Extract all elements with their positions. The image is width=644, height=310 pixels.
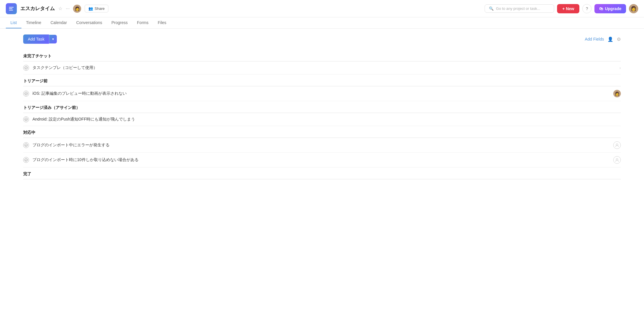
task-ghost-avatar xyxy=(613,156,621,164)
assign-icon[interactable]: 👤 xyxy=(607,37,613,42)
section-header-in-progress[interactable]: 対応中 xyxy=(23,126,621,138)
section-pre-triage: トリアージ前iOS: 記事編集のプレビュー時に動画が表示されない👩 xyxy=(23,74,621,101)
task-row[interactable]: ブログのインポート中にエラーが発生する xyxy=(23,138,621,153)
user-avatar[interactable]: 👩 xyxy=(629,4,638,13)
svg-point-7 xyxy=(616,144,618,145)
nav-tabs: List Timeline Calendar Conversations Pro… xyxy=(0,17,644,29)
task-check-icon[interactable] xyxy=(23,116,29,122)
task-name: ブログのインポート中にエラーが発生する xyxy=(32,143,611,148)
task-row[interactable]: ブログのインポート時に10件しか取り込めない場合がある xyxy=(23,153,621,167)
svg-rect-2 xyxy=(9,10,13,10)
task-chevron-icon: › xyxy=(619,65,621,70)
tab-progress[interactable]: Progress xyxy=(107,17,132,28)
svg-point-4 xyxy=(25,92,28,95)
section-header-triaged[interactable]: トリアージ済み（アサイン前） xyxy=(23,101,621,113)
task-check-icon[interactable] xyxy=(23,91,29,96)
svg-point-8 xyxy=(25,158,28,161)
task-name: Android: 設定のPush通知OFF時にも通知が飛んでしまう xyxy=(32,117,621,122)
add-task-dropdown-button[interactable]: ▾ xyxy=(49,35,57,43)
help-button[interactable]: ? xyxy=(582,4,592,13)
new-label: + New xyxy=(562,6,574,11)
user-avatar-header[interactable]: 👩 xyxy=(73,5,81,13)
svg-point-6 xyxy=(25,144,28,147)
tab-forms[interactable]: Forms xyxy=(132,17,153,28)
add-task-button[interactable]: Add Task xyxy=(23,34,49,44)
share-icon: 👥 xyxy=(88,6,93,11)
toolbar: Add Task ▾ Add Fields 👤 ⚙ xyxy=(23,34,621,44)
task-row[interactable]: iOS: 記事編集のプレビュー時に動画が表示されない👩 xyxy=(23,86,621,101)
add-fields-link[interactable]: Add Fields xyxy=(585,37,604,41)
section-header-incomplete[interactable]: 未完了チケット xyxy=(23,50,621,61)
app-icon[interactable] xyxy=(6,3,17,14)
task-check-icon[interactable] xyxy=(23,142,29,148)
task-avatar: 👩 xyxy=(613,90,621,97)
tab-calendar[interactable]: Calendar xyxy=(46,17,72,28)
section-triaged: トリアージ済み（アサイン前）Android: 設定のPush通知OFF時にも通知… xyxy=(23,101,621,126)
header: エスカレタイム ☆ ··· 👩 👥 Share 🔍 Go to any proj… xyxy=(0,0,644,17)
search-box[interactable]: 🔍 Go to any project or task... xyxy=(485,4,554,13)
header-right: 🔍 Go to any project or task... + New ? 🛍… xyxy=(485,4,638,13)
toolbar-right: Add Fields 👤 ⚙ xyxy=(585,37,621,42)
task-name: タスクテンプレ（コピーして使用） xyxy=(32,65,617,70)
project-title: エスカレタイム xyxy=(20,5,55,12)
section-header-pre-triage[interactable]: トリアージ前 xyxy=(23,74,621,86)
more-icon[interactable]: ··· xyxy=(66,6,70,11)
upgrade-button[interactable]: 🛍 Upgrade xyxy=(594,4,626,13)
section-in-progress: 対応中ブログのインポート中にエラーが発生するブログのインポート時に10件しか取り… xyxy=(23,126,621,167)
sections-container: 未完了チケットタスクテンプレ（コピーして使用）›トリアージ前iOS: 記事編集の… xyxy=(23,50,621,179)
task-ghost-avatar xyxy=(613,141,621,149)
dropdown-icon: ▾ xyxy=(52,37,54,41)
task-name: ブログのインポート時に10件しか取り込めない場合がある xyxy=(32,157,611,163)
upgrade-icon: 🛍 xyxy=(599,6,603,11)
section-complete: 完了 xyxy=(23,167,621,179)
svg-rect-0 xyxy=(9,7,14,8)
new-button[interactable]: + New xyxy=(557,4,579,13)
upgrade-label: Upgrade xyxy=(605,6,621,11)
svg-point-5 xyxy=(25,118,28,121)
search-icon: 🔍 xyxy=(489,6,494,11)
main-content: Add Task ▾ Add Fields 👤 ⚙ 未完了チケットタスクテンプレ… xyxy=(0,29,644,185)
help-label: ? xyxy=(586,6,588,11)
add-task-label: Add Task xyxy=(28,37,44,41)
section-header-complete[interactable]: 完了 xyxy=(23,167,621,179)
tab-list[interactable]: List xyxy=(6,17,21,28)
task-check-icon[interactable] xyxy=(23,65,29,71)
share-button[interactable]: 👥 Share xyxy=(85,5,108,12)
search-placeholder: Go to any project or task... xyxy=(496,6,540,11)
task-row[interactable]: Android: 設定のPush通知OFF時にも通知が飛んでしまう xyxy=(23,113,621,126)
task-check-icon[interactable] xyxy=(23,157,29,163)
task-row[interactable]: タスクテンプレ（コピーして使用）› xyxy=(23,61,621,74)
tab-files[interactable]: Files xyxy=(153,17,171,28)
section-incomplete: 未完了チケットタスクテンプレ（コピーして使用）› xyxy=(23,50,621,74)
task-name: iOS: 記事編集のプレビュー時に動画が表示されない xyxy=(32,91,611,96)
tab-conversations[interactable]: Conversations xyxy=(72,17,107,28)
star-icon[interactable]: ☆ xyxy=(58,6,62,11)
svg-point-3 xyxy=(25,66,28,69)
share-label: Share xyxy=(94,6,105,11)
svg-point-9 xyxy=(616,158,618,160)
add-task-group: Add Task ▾ xyxy=(23,34,57,44)
svg-rect-1 xyxy=(9,8,12,9)
tab-timeline[interactable]: Timeline xyxy=(21,17,46,28)
filter-icon[interactable]: ⚙ xyxy=(617,37,621,42)
